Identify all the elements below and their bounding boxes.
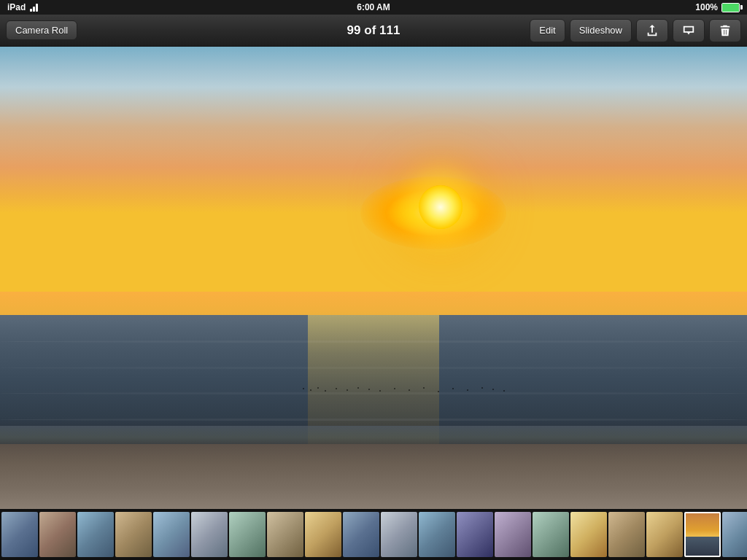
thumbnail-16[interactable] — [570, 512, 607, 557]
status-right: 100% — [695, 2, 740, 12]
thumbnail-8[interactable] — [267, 512, 303, 557]
beach — [0, 444, 747, 509]
camera-roll-button[interactable]: Camera Roll — [6, 20, 77, 40]
status-time: 6:00 AM — [357, 2, 390, 12]
thumbnail-10[interactable] — [343, 512, 379, 557]
thumbnail-9[interactable] — [305, 512, 341, 557]
delete-button[interactable] — [709, 19, 741, 42]
thumbnail-3[interactable] — [77, 512, 114, 557]
thumbnail-11[interactable] — [381, 512, 417, 557]
thumbnail-12[interactable] — [419, 512, 455, 557]
thumbnail-1[interactable] — [1, 512, 38, 557]
status-left: iPad — [7, 2, 38, 12]
thumbnail-15[interactable] — [533, 512, 569, 557]
thumbnail-18[interactable] — [646, 512, 683, 557]
ocean — [0, 315, 747, 445]
share-button[interactable] — [636, 19, 668, 42]
edit-button[interactable]: Edit — [530, 19, 565, 42]
battery-fill — [722, 4, 739, 12]
photo-area[interactable] — [0, 47, 747, 509]
nav-bar: Camera Roll 99 of 111 Edit Slideshow — [0, 15, 747, 47]
thumbnail-13[interactable] — [457, 512, 493, 557]
device-name: iPad — [7, 2, 26, 12]
sun-reflection — [308, 315, 439, 445]
thumbnail-strip[interactable] — [0, 509, 747, 560]
thumbnail-4[interactable] — [115, 512, 152, 557]
share-icon — [646, 24, 659, 37]
thumbnail-17[interactable] — [608, 512, 645, 557]
thumbnail-19-active[interactable] — [684, 512, 721, 557]
sunset-photo — [0, 47, 747, 509]
thumbnail-2[interactable] — [39, 512, 76, 557]
thumbnail-5[interactable] — [153, 512, 190, 557]
wave-2 — [0, 367, 747, 369]
battery-icon — [721, 3, 740, 12]
battery-percentage: 100% — [695, 2, 718, 12]
nav-left: Camera Roll — [6, 20, 77, 40]
thumbnail-14[interactable] — [495, 512, 531, 557]
slideshow-button[interactable]: Slideshow — [570, 19, 632, 42]
sun — [419, 185, 462, 229]
status-bar: iPad 6:00 AM 100% — [0, 0, 747, 15]
photo-count-label: 99 of 111 — [347, 23, 400, 38]
wave-4 — [0, 419, 747, 421]
airplay-button[interactable] — [673, 19, 705, 42]
wave-1 — [0, 341, 747, 343]
wifi-icon — [30, 3, 38, 12]
thumbnail-6[interactable] — [191, 512, 228, 557]
thumbnail-container — [1, 512, 747, 557]
thumbnail-20[interactable] — [722, 512, 747, 557]
airplay-icon — [682, 24, 695, 37]
nav-right: Edit Slideshow — [530, 19, 741, 42]
trash-icon — [719, 24, 732, 37]
thumbnail-7[interactable] — [229, 512, 266, 557]
birds-on-beach — [299, 386, 518, 394]
sky — [0, 47, 747, 315]
